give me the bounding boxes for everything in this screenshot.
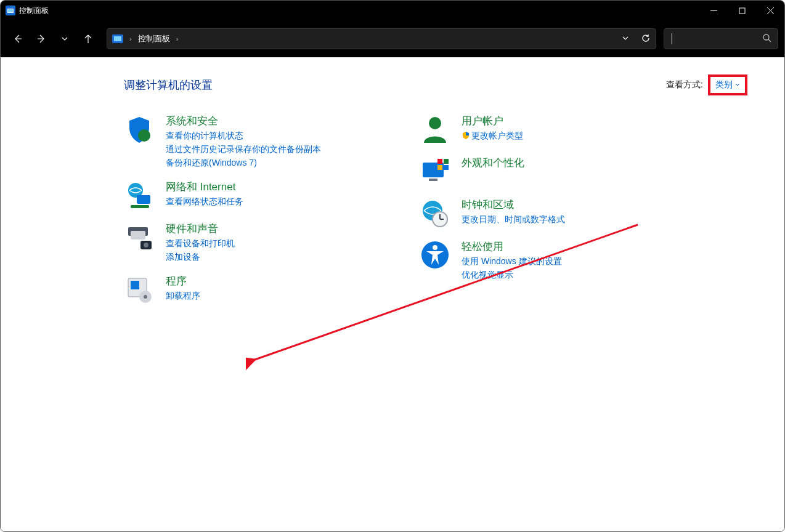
titlebar: 控制面板 [1, 1, 784, 20]
category-programs: 程序 卸载程序 [124, 274, 370, 305]
category-title[interactable]: 用户帐户 [462, 114, 523, 128]
svg-point-19 [144, 295, 147, 299]
shield-icon [124, 114, 155, 145]
monitor-apps-icon [420, 156, 450, 187]
svg-rect-25 [437, 165, 442, 170]
svg-point-32 [433, 245, 437, 250]
category-title[interactable]: 时钟和区域 [462, 198, 565, 212]
window-title: 控制面板 [19, 6, 49, 16]
globe-network-icon [124, 180, 155, 211]
recent-locations-button[interactable] [54, 28, 76, 50]
category-appearance-personalization: 外观和个性化 [420, 156, 641, 187]
uac-shield-icon [462, 131, 470, 142]
category-link[interactable]: 使用 Windows 建议的设置 [462, 256, 562, 267]
category-title[interactable]: 轻松使用 [462, 240, 562, 254]
category-network-internet: 网络和 Internet 查看网络状态和任务 [124, 180, 370, 211]
svg-rect-17 [131, 281, 139, 289]
svg-point-8 [138, 129, 150, 142]
address-dropdown-button[interactable] [621, 34, 630, 44]
category-link[interactable]: 查看你的计算机状态 [166, 131, 321, 142]
category-title[interactable]: 外观和个性化 [462, 156, 524, 170]
category-link[interactable]: 通过文件历史记录保存你的文件备份副本 [166, 144, 321, 155]
navbar: › 控制面板 › [1, 20, 784, 57]
viewby-label: 查看方式: [666, 79, 703, 91]
category-user-accounts: 用户帐户 更改帐户类型 [420, 114, 641, 145]
programs-icon [124, 274, 155, 305]
chevron-right-icon: › [129, 35, 132, 42]
category-system-security: 系统和安全 查看你的计算机状态 通过文件历史记录保存你的文件备份副本 备份和还原… [124, 114, 370, 169]
address-bar[interactable]: › 控制面板 › [107, 28, 656, 49]
close-button[interactable] [756, 1, 784, 20]
chevron-down-icon [735, 83, 740, 87]
chevron-right-icon: › [176, 35, 179, 42]
svg-rect-22 [429, 179, 437, 181]
svg-rect-23 [437, 159, 442, 164]
svg-rect-13 [131, 231, 145, 240]
accessibility-icon [420, 240, 450, 270]
category-link[interactable]: 查看网络状态和任务 [166, 196, 243, 208]
viewby-area: 查看方式: 类别 [666, 75, 747, 95]
category-link[interactable]: 添加设备 [166, 252, 235, 263]
address-location: 控制面板 [138, 33, 170, 44]
svg-rect-1 [739, 8, 745, 14]
viewby-dropdown[interactable]: 类别 [708, 75, 747, 95]
search-input[interactable] [664, 28, 778, 49]
user-icon [420, 114, 450, 145]
svg-rect-26 [444, 165, 449, 170]
category-link[interactable]: 优化视觉显示 [462, 270, 562, 281]
up-button[interactable] [77, 28, 99, 50]
category-hardware-sound: 硬件和声音 查看设备和打印机 添加设备 [124, 222, 370, 263]
search-icon [762, 33, 771, 45]
category-title[interactable]: 程序 [166, 274, 200, 288]
text-caret [672, 33, 672, 44]
page-heading: 调整计算机的设置 [124, 78, 213, 92]
svg-point-20 [429, 117, 441, 129]
category-link[interactable]: 查看设备和打印机 [166, 238, 235, 249]
minimize-button[interactable] [699, 1, 728, 20]
category-link[interactable]: 更改帐户类型 [462, 131, 523, 142]
printer-camera-icon [124, 222, 155, 252]
svg-rect-10 [137, 195, 150, 204]
svg-rect-11 [131, 205, 149, 208]
maximize-button[interactable] [728, 1, 756, 20]
viewby-value: 类别 [715, 79, 733, 91]
category-link[interactable]: 卸载程序 [166, 291, 200, 302]
category-title[interactable]: 系统和安全 [166, 114, 321, 128]
clock-globe-icon [420, 198, 450, 228]
left-column: 系统和安全 查看你的计算机状态 通过文件历史记录保存你的文件备份副本 备份和还原… [124, 114, 370, 305]
category-clock-region: 时钟和区域 更改日期、时间或数字格式 [420, 198, 641, 228]
forward-button[interactable] [30, 28, 52, 50]
back-button[interactable] [7, 28, 29, 50]
category-link[interactable]: 更改日期、时间或数字格式 [462, 214, 565, 225]
svg-point-6 [763, 34, 769, 40]
svg-rect-24 [444, 159, 449, 164]
refresh-button[interactable] [641, 33, 651, 45]
category-title[interactable]: 网络和 Internet [166, 180, 243, 194]
category-ease-of-access: 轻松使用 使用 Windows 建议的设置 优化视觉显示 [420, 240, 641, 281]
content-area: 调整计算机的设置 查看方式: 类别 系统和安全 查看你的计算机状态 [1, 57, 784, 531]
svg-point-15 [144, 243, 148, 248]
category-link[interactable]: 备份和还原(Windows 7) [166, 158, 321, 169]
svg-line-7 [768, 39, 771, 42]
control-panel-icon [6, 6, 15, 15]
category-title[interactable]: 硬件和声音 [166, 222, 235, 236]
right-column: 用户帐户 更改帐户类型 [420, 114, 641, 305]
control-panel-icon [112, 34, 123, 43]
